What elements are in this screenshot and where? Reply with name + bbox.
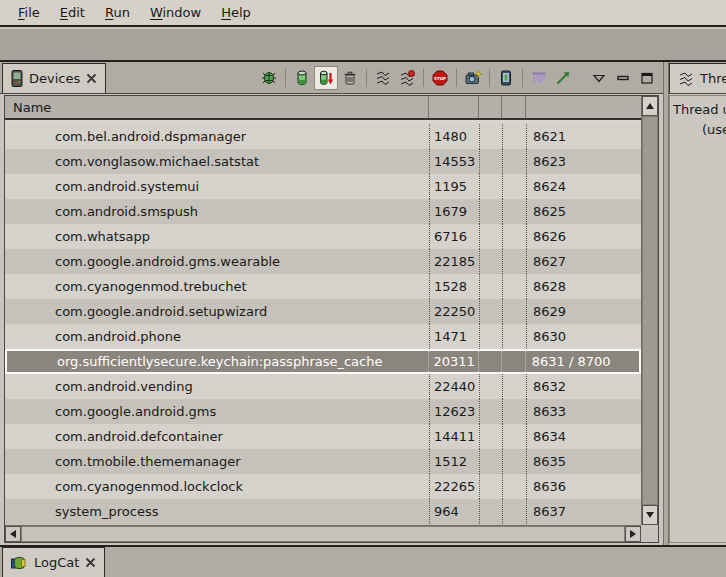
process-port: 8632 bbox=[526, 374, 641, 399]
start-method-profiling-button[interactable] bbox=[395, 66, 419, 90]
close-icon[interactable] bbox=[85, 557, 96, 568]
logcat-icon bbox=[11, 555, 28, 570]
empty-cell bbox=[502, 149, 526, 174]
scroll-left-icon[interactable] bbox=[5, 526, 21, 542]
process-pid: 12623 bbox=[429, 399, 479, 424]
table-row[interactable]: com.vonglasow.michael.satstat 14553 8623 bbox=[5, 149, 641, 174]
empty-cell bbox=[479, 399, 502, 424]
chevron-down-icon bbox=[592, 71, 606, 85]
table-row[interactable]: com.google.android.setupwizard 22250 862… bbox=[5, 299, 641, 324]
table-row[interactable]: system_process 964 8637 bbox=[5, 499, 641, 524]
empty-cell bbox=[479, 274, 502, 299]
screen-capture-button[interactable] bbox=[461, 66, 485, 90]
process-name: com.whatsapp bbox=[5, 224, 429, 249]
process-name: com.cyanogenmod.trebuchet bbox=[5, 274, 429, 299]
menu-item-run[interactable]: Run bbox=[95, 2, 140, 23]
tab-logcat[interactable]: LogCat bbox=[2, 547, 105, 577]
process-name: com.bel.android.dspmanager bbox=[5, 124, 429, 149]
empty-cell bbox=[479, 149, 502, 174]
tab-devices[interactable]: Devices bbox=[2, 63, 106, 93]
empty-cell bbox=[502, 424, 526, 449]
vertical-scrollbar[interactable] bbox=[641, 96, 658, 525]
ui-automator-icon bbox=[531, 70, 547, 86]
empty-cell bbox=[479, 224, 502, 249]
scroll-down-icon[interactable] bbox=[642, 505, 658, 525]
menu-bar: FileEditRunWindowHelp bbox=[0, 0, 726, 27]
column-header-name[interactable]: Name bbox=[5, 96, 429, 118]
process-port: 8621 bbox=[526, 124, 641, 149]
process-pid: 14553 bbox=[429, 149, 479, 174]
table-row[interactable]: com.google.android.gms.wearable 22185 86… bbox=[5, 249, 641, 274]
scroll-up-icon[interactable] bbox=[642, 96, 658, 116]
ui-automator-dump-button[interactable] bbox=[527, 66, 551, 90]
empty-cell bbox=[479, 424, 502, 449]
close-icon[interactable] bbox=[86, 73, 97, 84]
toolbar-separator bbox=[522, 69, 523, 87]
table-row[interactable]: com.cyanogenmod.trebuchet 1528 8628 bbox=[5, 274, 641, 299]
process-name: com.google.android.gms bbox=[5, 399, 429, 424]
table-row[interactable]: com.cyanogenmod.lockclock 22265 8636 bbox=[5, 474, 641, 499]
start-tracing-button[interactable] bbox=[551, 66, 575, 90]
heap-cylinder-icon bbox=[294, 70, 310, 86]
threads-icon bbox=[375, 70, 391, 86]
process-pid: 20311 bbox=[428, 351, 478, 372]
table-row[interactable]: com.tmobile.thememanager 1512 8635 bbox=[5, 449, 641, 474]
stop-icon: STOP bbox=[432, 70, 448, 86]
trash-icon bbox=[342, 70, 358, 86]
column-header-empty[interactable] bbox=[502, 96, 526, 118]
tab-threads[interactable]: Threads bbox=[669, 63, 726, 93]
bug-icon bbox=[261, 70, 277, 86]
capture-view-hierarchy-button[interactable] bbox=[494, 66, 518, 90]
scrollbar-corner bbox=[641, 525, 658, 542]
process-name: com.android.phone bbox=[5, 324, 429, 349]
empty-cell bbox=[502, 249, 526, 274]
devices-tab-label: Devices bbox=[29, 71, 80, 86]
table-row[interactable]: com.android.smspush 1679 8625 bbox=[5, 199, 641, 224]
minimize-button[interactable] bbox=[611, 66, 635, 90]
empty-cell bbox=[479, 124, 502, 149]
menu-item-help[interactable]: Help bbox=[211, 2, 261, 23]
menu-item-window[interactable]: Window bbox=[140, 2, 211, 23]
process-port: 8624 bbox=[526, 174, 641, 199]
column-header-empty[interactable] bbox=[479, 96, 502, 118]
table-row[interactable]: com.whatsapp 6716 8626 bbox=[5, 224, 641, 249]
process-name: com.android.systemui bbox=[5, 174, 429, 199]
cause-gc-button[interactable] bbox=[338, 66, 362, 90]
horizontal-scrollbar[interactable] bbox=[5, 525, 641, 542]
update-heap-button[interactable] bbox=[290, 66, 314, 90]
process-pid: 1679 bbox=[429, 199, 479, 224]
menu-item-edit[interactable]: Edit bbox=[50, 2, 95, 23]
process-port: 8628 bbox=[526, 274, 641, 299]
table-row[interactable]: com.android.vending 22440 8632 bbox=[5, 374, 641, 399]
threads-tabbar: Threads bbox=[669, 62, 726, 94]
process-port: 8625 bbox=[526, 199, 641, 224]
table-row[interactable]: com.android.phone 1471 8630 bbox=[5, 324, 641, 349]
process-port: 8633 bbox=[526, 399, 641, 424]
scroll-right-icon[interactable] bbox=[625, 526, 641, 542]
column-header-pid[interactable] bbox=[429, 96, 479, 118]
dump-hprof-button[interactable] bbox=[314, 66, 338, 90]
process-name: com.android.defcontainer bbox=[5, 424, 429, 449]
stop-process-button[interactable]: STOP bbox=[428, 66, 452, 90]
vertical-scrollbar-thumb[interactable] bbox=[642, 116, 658, 505]
process-port: 8623 bbox=[526, 149, 641, 174]
process-name: system_process bbox=[5, 499, 429, 524]
horizontal-scrollbar-thumb[interactable] bbox=[21, 526, 625, 542]
maximize-button[interactable] bbox=[635, 66, 659, 90]
table-row[interactable]: com.android.systemui 1195 8624 bbox=[5, 174, 641, 199]
debug-process-button[interactable] bbox=[257, 66, 281, 90]
column-header-port[interactable] bbox=[526, 96, 641, 118]
view-menu-button[interactable] bbox=[587, 66, 611, 90]
table-row[interactable]: com.android.defcontainer 14411 8634 bbox=[5, 424, 641, 449]
empty-cell bbox=[479, 324, 502, 349]
empty-cell bbox=[479, 174, 502, 199]
empty-cell bbox=[502, 124, 526, 149]
table-row[interactable]: com.bel.android.dspmanager 1480 8621 bbox=[5, 124, 641, 149]
threads-message-line2: (use toolbar button to enable) bbox=[670, 120, 726, 140]
devices-panel: Devices bbox=[0, 62, 663, 545]
table-row[interactable]: com.google.android.gms 12623 8633 bbox=[5, 399, 641, 424]
process-name: com.android.smspush bbox=[5, 199, 429, 224]
update-threads-button[interactable] bbox=[371, 66, 395, 90]
menu-item-file[interactable]: File bbox=[8, 2, 50, 23]
table-row[interactable]: org.sufficientlysecure.keychain:passphra… bbox=[5, 349, 641, 374]
